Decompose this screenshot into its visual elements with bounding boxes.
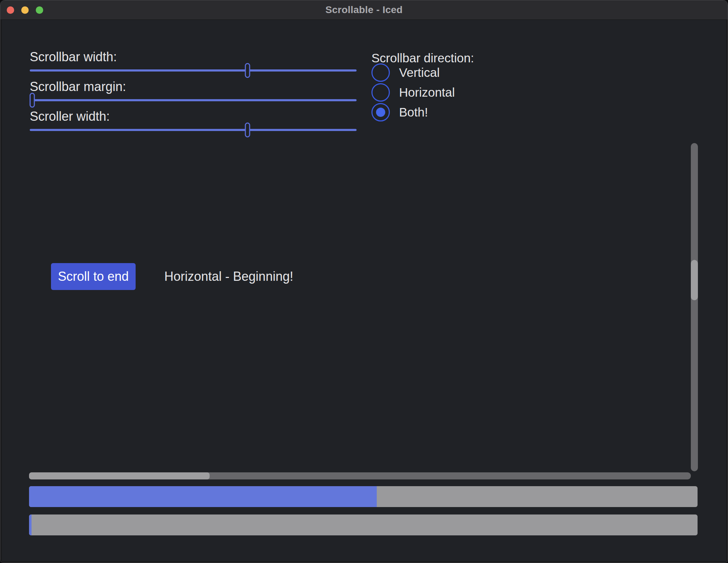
titlebar: Scrollable - Iced: [0, 0, 728, 20]
scrollbar-margin-label: Scrollbar margin:: [30, 80, 126, 94]
slider-handle[interactable]: [245, 123, 250, 137]
radio-horizontal-label: Horizontal: [399, 85, 455, 99]
radio-both[interactable]: Both!: [371, 103, 428, 121]
window-border-bottom: [0, 561, 728, 563]
radio-circle-icon[interactable]: [371, 63, 390, 82]
maximize-button[interactable]: [36, 6, 43, 14]
scroll-to-end-button[interactable]: Scroll to end: [51, 263, 136, 290]
scroller-width-label: Scroller width:: [30, 109, 110, 124]
scroll-status-text: Horizontal - Beginning!: [164, 263, 293, 290]
radio-both-label: Both!: [399, 105, 428, 119]
progress-fill: [29, 486, 377, 507]
window-border-right: [726, 20, 728, 563]
window-title: Scrollable - Iced: [325, 4, 403, 16]
progress-fill: [29, 514, 32, 535]
slider-handle[interactable]: [245, 63, 250, 78]
scroller-width-slider[interactable]: [30, 123, 357, 137]
slider-rail[interactable]: [30, 99, 357, 101]
slider-rail[interactable]: [30, 69, 357, 72]
scrollbar-direction-label: Scrollbar direction:: [371, 51, 474, 65]
vertical-progress-bar: [29, 514, 698, 535]
slider-handle[interactable]: [30, 93, 35, 108]
horizontal-progress-bar: [29, 486, 698, 507]
minimize-button[interactable]: [21, 6, 29, 14]
traffic-lights: [7, 0, 43, 20]
close-button[interactable]: [7, 6, 14, 14]
radio-dot-icon: [376, 108, 385, 117]
horizontal-scroller[interactable]: [29, 472, 210, 479]
vertical-scrollbar[interactable]: [691, 143, 698, 471]
scrollbar-width-slider[interactable]: [30, 63, 357, 78]
window-border-left: [0, 20, 2, 563]
scrollbar-width-label: Scrollbar width:: [30, 50, 117, 64]
slider-rail[interactable]: [30, 129, 357, 131]
radio-vertical-label: Vertical: [399, 66, 440, 80]
radio-circle-icon[interactable]: [371, 103, 390, 121]
radio-horizontal[interactable]: Horizontal: [371, 83, 455, 102]
app-window: Scrollable - Iced Scrollbar width: Scrol…: [0, 0, 728, 563]
horizontal-scrollbar[interactable]: [29, 472, 691, 479]
vertical-scroller[interactable]: [691, 260, 698, 300]
radio-vertical[interactable]: Vertical: [371, 63, 440, 82]
radio-circle-icon[interactable]: [371, 83, 390, 102]
scrollbar-margin-slider[interactable]: [30, 93, 357, 108]
